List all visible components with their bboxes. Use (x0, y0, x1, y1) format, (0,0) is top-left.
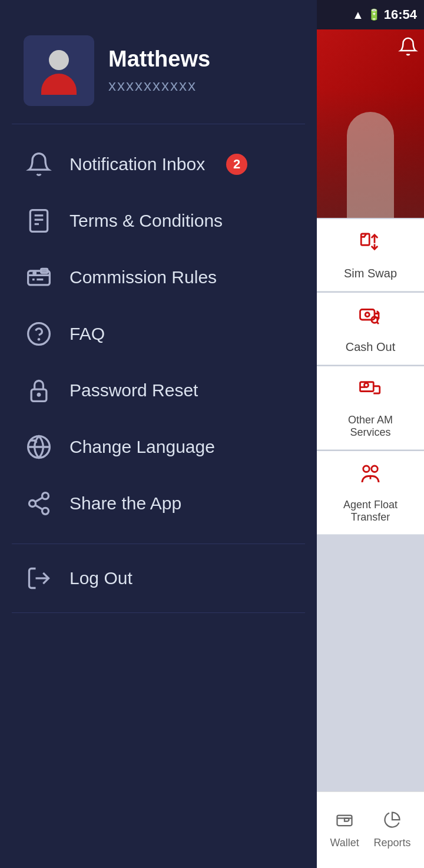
profile-info: Matthews xxxxxxxxxx (108, 47, 210, 95)
other-am-icon (358, 377, 383, 407)
notification-inbox-label: Notification Inbox (69, 154, 205, 174)
other-am-services-label: Other AMServices (348, 414, 393, 439)
sim-swap-card: Sim Swap (317, 219, 424, 291)
wallet-nav-label: Wallet (330, 837, 359, 849)
money-icon (24, 262, 54, 293)
cash-out-label: Cash Out (346, 340, 395, 354)
lock-icon (24, 375, 54, 406)
sidebar-item-notification-inbox[interactable]: Notification Inbox 2 (0, 136, 317, 193)
faq-label: FAQ (69, 324, 105, 344)
logout-icon (24, 563, 54, 594)
question-circle-icon (24, 319, 54, 349)
change-language-label: Change Language (69, 437, 215, 457)
terms-conditions-label: Terms & Conditions (69, 211, 223, 231)
svg-point-10 (38, 394, 40, 396)
other-am-services-card: Other AMServices (317, 366, 424, 450)
top-banner (317, 29, 424, 218)
agent-float-transfer-label: Agent FloatTransfer (343, 499, 398, 524)
svg-point-13 (29, 501, 36, 507)
svg-point-24 (363, 466, 370, 472)
nav-item-reports[interactable]: Reports (374, 811, 411, 849)
agent-float-transfer-card: Agent FloatTransfer (317, 451, 424, 535)
sidebar-item-password-reset[interactable]: Password Reset (0, 362, 317, 419)
translate-icon (24, 432, 54, 462)
bell-icon-top[interactable] (398, 37, 418, 59)
svg-point-25 (372, 466, 378, 472)
bell-icon (24, 149, 54, 180)
cash-out-card: Cash Out (317, 293, 424, 365)
sidebar-item-commission-rules[interactable]: Commission Rules (0, 249, 317, 306)
sidebar-item-share-app[interactable]: Share the App (0, 475, 317, 532)
svg-point-7 (28, 323, 50, 345)
profile-id: xxxxxxxxxx (108, 77, 210, 95)
sidebar-drawer: Matthews xxxxxxxxxx Notification Inbox 2 (0, 0, 317, 868)
svg-point-20 (365, 313, 369, 317)
svg-point-12 (42, 493, 49, 499)
sim-swap-icon (358, 230, 383, 260)
svg-point-5 (34, 272, 36, 274)
svg-line-16 (35, 498, 43, 502)
svg-line-15 (35, 505, 43, 509)
status-time: 16:54 (384, 7, 417, 22)
nav-item-wallet[interactable]: Wallet (330, 811, 359, 849)
sidebar-item-change-language[interactable]: Change Language (0, 419, 317, 475)
reports-nav-icon (383, 811, 401, 833)
sidebar-item-logout[interactable]: Log Out (0, 544, 317, 612)
menu-list: Notification Inbox 2 Terms & Conditions (0, 124, 317, 544)
wallet-nav-icon (336, 811, 353, 833)
status-bar: ▲ 🔋 16:54 (317, 0, 424, 29)
battery-icon: 🔋 (367, 8, 380, 21)
bottom-nav: Wallet Reports (317, 791, 424, 868)
profile-name: Matthews (108, 47, 210, 72)
services-background: Sim Swap Cash Out (317, 219, 424, 535)
share-icon (24, 488, 54, 519)
right-panel-background: ▲ 🔋 16:54 (317, 0, 424, 868)
password-reset-label: Password Reset (69, 380, 198, 400)
sidebar-item-faq[interactable]: FAQ (0, 306, 317, 362)
cash-out-icon (358, 303, 383, 333)
avatar (24, 35, 94, 106)
document-icon (24, 206, 54, 236)
reports-nav-label: Reports (374, 837, 411, 849)
bottom-divider (12, 612, 305, 613)
commission-rules-label: Commission Rules (69, 267, 217, 287)
profile-header: Matthews xxxxxxxxxx (0, 0, 317, 124)
notification-badge: 2 (226, 154, 247, 175)
svg-rect-0 (30, 210, 47, 232)
agent-float-icon (358, 462, 383, 492)
signal-icon: ▲ (352, 8, 364, 22)
logout-label: Log Out (69, 568, 132, 588)
sidebar-item-terms-conditions[interactable]: Terms & Conditions (0, 193, 317, 249)
share-app-label: Share the App (69, 493, 181, 513)
svg-point-14 (42, 508, 49, 514)
sim-swap-label: Sim Swap (344, 267, 397, 280)
